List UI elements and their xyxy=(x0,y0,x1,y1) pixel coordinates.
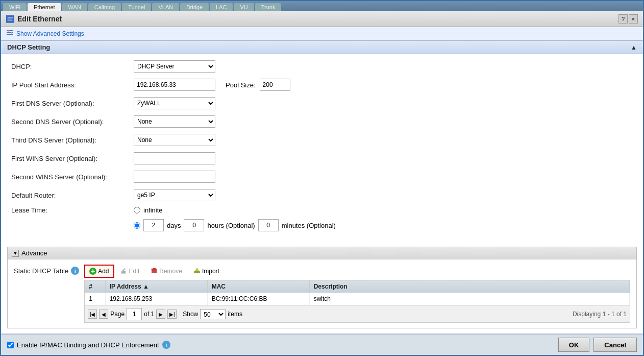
import-label: Import xyxy=(202,268,219,275)
table-header-row: # IP Address ▲ MAC Description xyxy=(85,280,629,293)
col-desc: Description xyxy=(309,280,629,293)
svg-rect-4 xyxy=(7,30,13,31)
bottom-bar: Enable IP/MAC Binding and DHCP Enforceme… xyxy=(1,334,643,355)
remove-button[interactable]: Remove xyxy=(145,265,187,278)
dhcp-field-label: DHCP: xyxy=(11,63,134,70)
second-dns-select[interactable]: None ZyWALL Custom xyxy=(134,115,215,128)
dialog-icon xyxy=(6,15,14,23)
lease-time-label: Lease Time: xyxy=(11,206,134,214)
lease-hours-input[interactable] xyxy=(184,219,204,231)
svg-rect-15 xyxy=(194,271,200,273)
first-dns-label: First DNS Server (Optional): xyxy=(11,100,134,107)
first-dns-select[interactable]: ZyWALL None Custom xyxy=(134,97,215,109)
ip-pool-start-input[interactable] xyxy=(134,79,215,91)
lease-time-control: infinite days hours (Optional) minutes (… xyxy=(134,206,336,233)
third-dns-row: Third DNS Server (Optional): None ZyWALL… xyxy=(11,133,633,147)
svg-rect-3 xyxy=(8,20,12,21)
third-dns-label: Third DNS Server (Optional): xyxy=(11,136,134,144)
tab-wan[interactable]: WAN xyxy=(62,3,87,11)
page-label: Page xyxy=(110,311,125,318)
enable-checkbox[interactable] xyxy=(7,342,14,348)
svg-rect-7 xyxy=(8,30,9,32)
col-mac: MAC xyxy=(207,280,309,293)
section-collapse-btn[interactable]: ▲ xyxy=(631,44,637,51)
tab-bridge[interactable]: Bridge xyxy=(180,3,209,11)
lease-duration-radio-row: days hours (Optional) minutes (Optional) xyxy=(134,219,336,231)
second-wins-label: Second WINS Server (Optional): xyxy=(11,173,134,181)
enable-info-icon[interactable]: i xyxy=(162,341,170,349)
dhcp-select[interactable]: DHCP Server DHCP Relay None xyxy=(134,60,215,73)
first-page-btn[interactable]: |◀ xyxy=(88,310,97,319)
next-page-btn[interactable]: ▶ xyxy=(156,310,165,319)
of-text: of 1 xyxy=(144,311,154,318)
cancel-button[interactable]: Cancel xyxy=(593,338,637,352)
first-wins-control xyxy=(134,152,215,164)
advance-header[interactable]: ▼ Advance xyxy=(8,247,636,259)
days-label: days xyxy=(167,222,181,229)
tab-wifi[interactable]: WiFi xyxy=(3,3,27,11)
dhcp-section-header: DHCP Setting ▲ xyxy=(1,40,643,54)
svg-rect-11 xyxy=(121,273,126,274)
advance-toggle[interactable]: ▼ xyxy=(12,250,19,257)
tab-vu[interactable]: VU xyxy=(234,3,254,11)
show-select[interactable]: 50 100 200 xyxy=(200,309,226,319)
close-button[interactable]: × xyxy=(629,14,638,23)
tab-vlan[interactable]: VLAN xyxy=(152,3,179,11)
tab-trunk[interactable]: Trunk xyxy=(255,3,282,11)
page-input[interactable] xyxy=(127,308,142,320)
static-dhcp-text: Static DHCP Table xyxy=(14,267,68,275)
second-wins-row: Second WINS Server (Optional): xyxy=(11,170,633,184)
tab-ethernet[interactable]: Ethernet xyxy=(28,3,61,11)
static-dhcp-content: + Add xyxy=(84,265,630,323)
add-label: Add xyxy=(98,268,109,275)
help-button[interactable]: ? xyxy=(618,14,628,23)
edit-button[interactable]: Edit xyxy=(115,265,145,278)
lease-infinite-label: infinite xyxy=(143,206,163,214)
pool-size-input[interactable] xyxy=(260,79,290,91)
col-ip[interactable]: IP Address ▲ xyxy=(105,280,207,293)
svg-rect-1 xyxy=(8,17,13,18)
lease-minutes-input[interactable] xyxy=(258,219,279,231)
prev-page-btn[interactable]: ◀ xyxy=(99,310,108,319)
table-row[interactable]: 1 192.168.65.253 BC:99:11:CC:C6:BB switc… xyxy=(85,293,629,305)
import-icon xyxy=(193,267,201,276)
import-button[interactable]: Import xyxy=(188,265,225,278)
second-wins-input[interactable] xyxy=(134,171,215,183)
tab-calimng[interactable]: Calimng xyxy=(88,3,121,11)
hours-label: hours (Optional) xyxy=(207,222,255,229)
second-dns-row: Second DNS Server (Optional): None ZyWAL… xyxy=(11,114,633,129)
title-buttons: ? × xyxy=(618,14,638,23)
svg-rect-12 xyxy=(152,269,157,273)
cell-num: 1 xyxy=(85,293,105,305)
ip-pool-row: IP Pool Start Address: Pool Size: xyxy=(11,78,633,92)
svg-rect-5 xyxy=(7,32,13,33)
lease-days-input[interactable] xyxy=(143,219,164,231)
ok-button[interactable]: OK xyxy=(558,338,590,352)
cell-ip: 192.168.65.253 xyxy=(105,293,207,305)
svg-marker-16 xyxy=(195,268,199,271)
default-router-select[interactable]: ge5 IP Custom xyxy=(134,189,215,201)
dhcp-section-title: DHCP Setting xyxy=(7,43,50,51)
pagination: |◀ ◀ Page of 1 ▶ ▶| Show 50 100 xyxy=(85,305,630,322)
dhcp-row: DHCP: DHCP Server DHCP Relay None xyxy=(11,59,633,74)
advanced-settings-bar[interactable]: Show Advanced Settings xyxy=(1,27,643,40)
static-dhcp-info-icon[interactable]: i xyxy=(71,267,79,275)
title-bar: Edit Ethernet ? × xyxy=(1,11,643,27)
first-wins-input[interactable] xyxy=(134,152,215,164)
tab-tunnel[interactable]: Tunnel xyxy=(122,3,151,11)
tab-lac[interactable]: LAC xyxy=(210,3,233,11)
second-dns-control: None ZyWALL Custom xyxy=(134,115,215,128)
lease-duration-radio[interactable] xyxy=(134,222,140,229)
static-dhcp-table: # IP Address ▲ MAC Description 1 xyxy=(85,280,630,305)
first-dns-control: ZyWALL None Custom xyxy=(134,97,215,109)
add-button[interactable]: + Add xyxy=(84,265,114,278)
last-page-btn[interactable]: ▶| xyxy=(167,310,177,319)
static-dhcp-label-container: Static DHCP Table i xyxy=(14,265,79,275)
lease-infinite-radio[interactable] xyxy=(134,207,140,213)
minutes-label: minutes (Optional) xyxy=(282,222,336,229)
edit-icon xyxy=(120,267,128,276)
third-dns-select[interactable]: None ZyWALL Custom xyxy=(134,134,215,146)
remove-icon xyxy=(151,267,158,276)
first-wins-row: First WINS Server (Optional): xyxy=(11,151,633,165)
bottom-buttons: OK Cancel xyxy=(558,338,637,352)
